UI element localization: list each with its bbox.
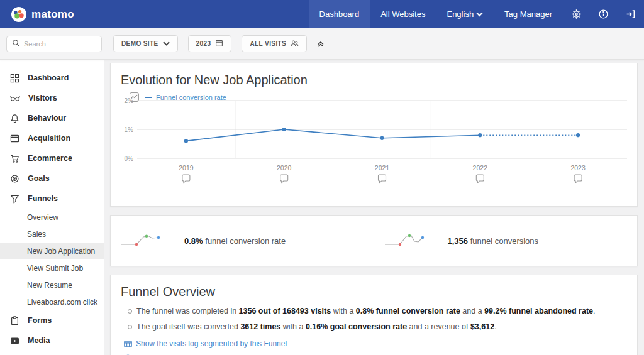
funnel-overview-card: Funnel Overview The funnel was completed… xyxy=(110,275,638,355)
series-line xyxy=(186,129,480,141)
calendar-icon xyxy=(215,39,223,48)
metric-text: 0.8% funnel conversion rate xyxy=(184,236,286,246)
y-tick-label: 1% xyxy=(125,126,134,133)
annotation-bubble-icon[interactable] xyxy=(379,175,386,183)
sidebar-item-forms[interactable]: Forms xyxy=(0,310,104,330)
x-tick-label: 2019 xyxy=(179,164,194,172)
funnel-icon xyxy=(10,194,19,204)
sidebar-subitem-overview[interactable]: Overview xyxy=(0,209,104,226)
legend-funnel-conversion-rate[interactable]: Funnel conversion rate xyxy=(145,94,226,101)
sidebar-item-ecommerce[interactable]: Ecommerce xyxy=(0,148,104,168)
chevron-down-icon xyxy=(476,12,483,17)
help-info-icon[interactable] xyxy=(590,0,617,28)
site-selector-button[interactable]: DEMO SITE xyxy=(113,35,178,52)
show-visits-log-link[interactable]: Show the visits log segmented by this Fu… xyxy=(136,339,287,348)
nav-tab-language[interactable]: English xyxy=(436,0,494,28)
sidebar-item-goals[interactable]: Goals xyxy=(0,168,104,188)
sidebar-item-acquisition[interactable]: Acquisition xyxy=(0,128,104,148)
x-tick-label: 2020 xyxy=(277,164,292,172)
legend-line-swatch xyxy=(145,97,152,98)
nav-tab-dashboard[interactable]: Dashboard xyxy=(309,0,370,28)
visits-log-icon xyxy=(124,341,132,347)
y-tick-label: 0% xyxy=(125,155,134,162)
search-input[interactable] xyxy=(24,40,96,48)
target-icon xyxy=(10,174,19,183)
evolution-chart[interactable]: 0%1%2%20192020202120222023 xyxy=(121,97,628,185)
annotation-bubble-icon[interactable] xyxy=(280,175,288,183)
matomo-brand[interactable]: matomo xyxy=(0,0,86,28)
sidebar-item-visitors[interactable]: Visitors xyxy=(0,88,104,108)
funnel-overview-title: Funnel Overview xyxy=(121,283,627,300)
collapse-selectors-icon[interactable] xyxy=(316,40,325,48)
clipboard-icon xyxy=(10,316,19,325)
sidebar-subitem-liveaboard-click[interactable]: Liveaboard.com click xyxy=(0,293,104,310)
sidebar-subitem-view-submit-job[interactable]: View Submit Job xyxy=(0,259,104,276)
navbar-menu: Dashboard All Websites English Tag Manag… xyxy=(309,0,644,28)
top-navbar: matomo Dashboard All Websites English Ta… xyxy=(0,0,644,28)
period-selector-button[interactable]: 2023 xyxy=(188,35,232,52)
grid-icon xyxy=(10,74,19,83)
sparkline-conversion-rate xyxy=(119,231,177,251)
sidebar-subitem-sales[interactable]: Sales xyxy=(0,226,104,243)
shopping-cart-icon xyxy=(10,154,19,163)
search-icon xyxy=(12,38,20,50)
segment-users-icon xyxy=(291,40,299,48)
chevron-down-icon xyxy=(163,40,170,47)
media-video-icon xyxy=(10,337,19,345)
x-tick-label: 2021 xyxy=(375,164,390,172)
x-tick-label: 2022 xyxy=(473,164,488,172)
annotation-bubble-icon[interactable] xyxy=(476,175,484,183)
evolution-card: Evolution for New Job Application Funnel… xyxy=(110,63,638,207)
y-tick-label: 2% xyxy=(125,97,134,104)
metric-conversion-rate[interactable]: 0.8% funnel conversion rate xyxy=(111,231,374,251)
sidebar-item-dashboard[interactable]: Dashboard xyxy=(0,68,104,88)
main-content: Evolution for New Job Application Funnel… xyxy=(104,60,644,355)
bell-icon xyxy=(10,114,19,123)
visits-log-link-row: Show the visits log segmented by this Fu… xyxy=(124,339,637,348)
sidebar-item-media[interactable]: Media xyxy=(0,330,104,351)
segment-selector-button[interactable]: ALL VISITS xyxy=(242,35,307,52)
matomo-logo-icon xyxy=(11,7,26,22)
visitors-goggles-icon xyxy=(10,94,20,102)
data-point[interactable] xyxy=(576,133,580,137)
matomo-app: matomo Dashboard All Websites English Ta… xyxy=(0,0,644,355)
goal-stats-bullet: The goal itself was converted 3612 times… xyxy=(136,322,637,332)
sidebar-item-behaviour[interactable]: Behaviour xyxy=(0,108,104,128)
data-point[interactable] xyxy=(282,128,286,131)
selector-toolbar: DEMO SITE 2023 ALL VISITS xyxy=(0,28,644,60)
sidebar-subitem-new-resume[interactable]: New Resume xyxy=(0,276,104,293)
settings-gear-icon[interactable] xyxy=(563,0,590,28)
browser-window-icon xyxy=(10,134,19,143)
left-sidebar: Dashboard Visitors Behaviour xyxy=(0,60,104,355)
metrics-card: 0.8% funnel conversion rate 1,356 funnel… xyxy=(110,215,638,266)
brand-name: matomo xyxy=(31,8,74,21)
search-box[interactable] xyxy=(6,36,102,52)
sidebar-item-funnels[interactable]: Funnels xyxy=(0,188,104,209)
sidebar-subitem-new-job-application[interactable]: New Job Application xyxy=(0,243,104,259)
x-tick-label: 2023 xyxy=(570,164,586,172)
nav-tab-all-websites[interactable]: All Websites xyxy=(370,0,436,28)
metric-conversions[interactable]: 1,356 funnel conversions xyxy=(374,231,638,251)
nav-tab-tag-manager[interactable]: Tag Manager xyxy=(494,0,563,28)
sparkline-conversions xyxy=(383,231,441,251)
annotation-bubble-icon[interactable] xyxy=(182,175,190,183)
data-point[interactable] xyxy=(478,133,482,137)
funnel-stats-bullet: The funnel was completed in 1356 out of … xyxy=(136,306,637,316)
metric-text: 1,356 funnel conversions xyxy=(448,236,539,246)
sign-out-icon[interactable] xyxy=(617,0,644,28)
evolution-title: Evolution for New Job Application xyxy=(121,72,627,88)
data-point[interactable] xyxy=(380,136,384,140)
funnel-overview-bullets: The funnel was completed in 1356 out of … xyxy=(111,306,637,332)
annotation-bubble-icon[interactable] xyxy=(574,175,582,183)
data-point[interactable] xyxy=(184,139,188,143)
